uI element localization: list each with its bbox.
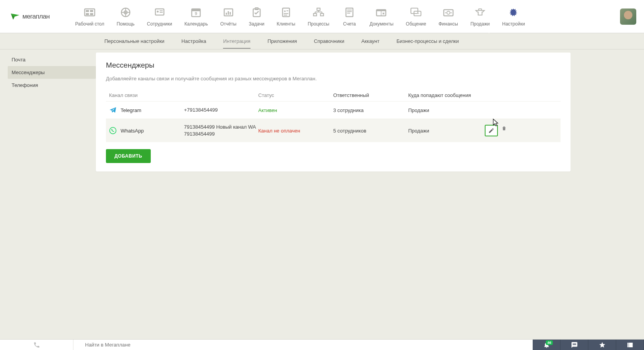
sub-nav-item-3[interactable]: Приложения [267, 34, 297, 49]
channel-name: WhatsApp [121, 128, 144, 134]
svg-rect-39 [377, 10, 386, 11]
svg-rect-3 [86, 13, 89, 15]
channel-status: Активен [258, 107, 333, 113]
channel-responsible: 3 сотрудника [333, 107, 408, 113]
favorites-tab[interactable] [588, 340, 616, 350]
svg-text:9: 9 [195, 11, 197, 16]
nav-icon-1 [118, 7, 133, 18]
nav-icon-9 [374, 7, 389, 18]
nav-items: Рабочий столПомощьСотрудники9КалендарьОт… [69, 7, 620, 27]
sub-nav: Персональные настройкиНастройкаИнтеграци… [0, 33, 644, 49]
top-nav: мегаплан Рабочий столПомощьСотрудники9Ка… [0, 0, 644, 33]
delete-icon[interactable] [501, 125, 507, 132]
telegram-icon [109, 106, 117, 114]
nav-item-8[interactable]: Счета [336, 7, 363, 27]
svg-point-44 [417, 13, 417, 14]
svg-point-52 [110, 127, 116, 134]
svg-rect-27 [317, 8, 320, 10]
nav-label-10: Общение [406, 21, 426, 27]
nav-icon-12 [473, 7, 487, 18]
svg-point-43 [415, 13, 416, 14]
nav-item-9[interactable]: Документы [363, 7, 400, 27]
bottom-phone-icon[interactable] [0, 340, 73, 350]
svg-rect-26 [284, 15, 287, 15]
nav-item-2[interactable]: Сотрудники [141, 7, 178, 27]
nav-label-8: Счета [343, 21, 356, 27]
table-row[interactable]: WhatsApp 79138454499 Новый канал WA 7913… [106, 119, 561, 142]
nav-item-1[interactable]: Помощь [111, 7, 141, 27]
nav-label-11: Финансы [438, 21, 458, 27]
sidebar-item-1[interactable]: Мессенджеры [8, 66, 96, 79]
table-row[interactable]: Telegram +79138454499 Активен 3 сотрудни… [106, 101, 561, 119]
svg-rect-18 [228, 11, 229, 15]
svg-rect-24 [286, 10, 288, 11]
channel-detail: 79138454499 Новый канал WA 79138454499 [184, 124, 258, 138]
svg-rect-19 [230, 12, 231, 15]
sidebar-item-0[interactable]: Почта [8, 53, 96, 66]
nav-label-0: Рабочий стол [75, 21, 104, 27]
svg-rect-29 [320, 14, 324, 16]
logo[interactable]: мегаплан [10, 13, 49, 20]
svg-point-49 [450, 12, 451, 13]
nav-item-7[interactable]: Процессы [302, 7, 336, 27]
nav-label-6: Клиенты [277, 21, 295, 27]
svg-point-48 [445, 12, 446, 13]
svg-rect-34 [346, 8, 353, 17]
svg-rect-17 [226, 13, 227, 15]
messages-tab[interactable] [561, 340, 588, 350]
bottom-bar: 46 [0, 339, 644, 350]
svg-rect-28 [313, 14, 317, 16]
notification-badge: 46 [546, 340, 553, 345]
bottom-right: 46 [533, 340, 644, 350]
nav-icon-4 [221, 7, 236, 18]
nav-label-3: Календарь [184, 21, 208, 27]
nav-item-5[interactable]: Задачи [243, 7, 271, 27]
nav-item-4[interactable]: Отчёты [214, 7, 243, 27]
th-status: Статус [258, 92, 274, 98]
contacts-tab[interactable] [616, 340, 644, 350]
edit-button[interactable] [485, 125, 498, 136]
nav-icon-3: 9 [189, 7, 203, 18]
svg-rect-11 [160, 10, 163, 11]
content-area: ПочтаМессенджерыТелефония Мессенджеры До… [0, 49, 644, 339]
page-subtitle: Добавляейте каналы связи и получайте соо… [106, 76, 561, 82]
svg-rect-37 [347, 13, 350, 14]
user-avatar[interactable] [620, 8, 636, 25]
whatsapp-icon [109, 127, 117, 134]
sub-nav-item-6[interactable]: Бизнес-процессы и сделки [397, 34, 459, 49]
nav-item-13[interactable]: Настройки [496, 7, 531, 27]
nav-icon-8 [342, 7, 357, 18]
svg-rect-12 [160, 12, 163, 13]
sub-nav-item-2[interactable]: Интеграция [223, 34, 250, 49]
main-panel: Мессенджеры Добавляейте каналы связи и п… [96, 53, 571, 172]
notifications-tab[interactable]: 46 [533, 340, 561, 350]
nav-icon-5 [249, 7, 264, 18]
sub-nav-item-1[interactable]: Настройка [181, 34, 206, 49]
nav-icon-10 [409, 7, 423, 18]
channel-name: Telegram [121, 107, 141, 113]
svg-rect-1 [86, 10, 89, 12]
add-button[interactable]: ДОБАВИТЬ [106, 149, 151, 163]
sub-nav-item-0[interactable]: Персональные настройки [104, 34, 164, 49]
nav-label-2: Сотрудники [147, 21, 172, 27]
sub-nav-item-5[interactable]: Аккаунт [361, 34, 380, 49]
nav-item-3[interactable]: 9Календарь [178, 7, 214, 27]
sidebar-item-2[interactable]: Телефония [8, 79, 96, 92]
svg-rect-4 [90, 13, 93, 15]
nav-item-0[interactable]: Рабочий стол [69, 7, 110, 27]
nav-item-10[interactable]: Общение [400, 7, 433, 27]
nav-label-9: Документы [370, 21, 394, 27]
nav-item-12[interactable]: Продажи [464, 7, 496, 27]
nav-item-11[interactable]: Финансы [432, 7, 464, 27]
nav-item-6[interactable]: Клиенты [271, 7, 302, 27]
channel-detail: +79138454499 [184, 107, 258, 114]
svg-rect-2 [90, 10, 93, 12]
svg-rect-36 [347, 11, 352, 12]
sub-nav-item-4[interactable]: Справочники [314, 34, 344, 49]
svg-rect-35 [347, 10, 352, 10]
nav-label-12: Продажи [470, 21, 490, 27]
channel-destination: Продажи [408, 128, 474, 134]
nav-label-1: Помощь [117, 21, 135, 27]
nav-label-4: Отчёты [220, 21, 237, 27]
search-input[interactable] [73, 340, 533, 350]
